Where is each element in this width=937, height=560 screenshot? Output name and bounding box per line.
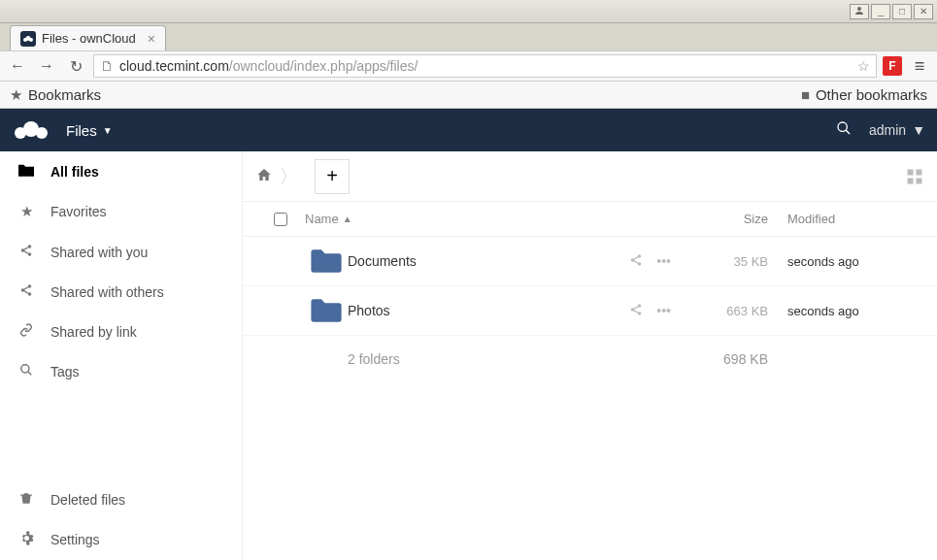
content: All files ★ Favorites Shared with you Sh… bbox=[0, 151, 937, 560]
svg-point-14 bbox=[28, 292, 32, 296]
sidebar-item-all-files[interactable]: All files bbox=[0, 151, 242, 191]
share-button[interactable] bbox=[629, 303, 643, 319]
view-toggle-grid[interactable] bbox=[906, 168, 923, 185]
app-nav-label: Files bbox=[66, 122, 97, 139]
svg-point-21 bbox=[638, 254, 642, 258]
svg-point-15 bbox=[21, 365, 29, 373]
sidebar-item-shared-with-others[interactable]: Shared with others bbox=[0, 272, 242, 312]
sidebar-bottom: Deleted files Settings bbox=[0, 479, 242, 560]
sidebar-item-label: Favorites bbox=[50, 204, 107, 219]
link-icon bbox=[17, 323, 35, 340]
sidebar-item-settings[interactable]: Settings bbox=[0, 519, 242, 560]
sidebar-item-tags[interactable]: Tags bbox=[0, 351, 242, 391]
svg-point-13 bbox=[21, 288, 25, 292]
svg-point-12 bbox=[28, 284, 32, 288]
column-header-name[interactable]: Name ▲ bbox=[305, 212, 593, 226]
svg-line-8 bbox=[846, 130, 850, 134]
column-header-modified[interactable]: Modified bbox=[787, 212, 923, 226]
svg-point-9 bbox=[28, 245, 32, 248]
maximize-button[interactable]: □ bbox=[892, 4, 912, 19]
svg-point-3 bbox=[29, 38, 33, 42]
sidebar-item-label: Shared by link bbox=[50, 324, 137, 340]
svg-point-6 bbox=[36, 127, 48, 139]
file-row[interactable]: Documents ••• 35 KB seconds ago bbox=[243, 237, 937, 286]
search-icon bbox=[17, 363, 35, 379]
share-button[interactable] bbox=[629, 253, 643, 270]
breadcrumb-home[interactable] bbox=[256, 167, 272, 186]
sidebar-item-deleted-files[interactable]: Deleted files bbox=[0, 479, 242, 519]
sort-asc-icon: ▲ bbox=[343, 214, 352, 224]
close-window-button[interactable]: ✕ bbox=[914, 4, 933, 19]
svg-point-0 bbox=[857, 7, 861, 11]
bookmark-star-icon[interactable]: ☆ bbox=[857, 58, 870, 74]
column-header-size[interactable]: Size bbox=[671, 212, 787, 226]
trash-icon bbox=[17, 491, 35, 508]
sidebar-nav: All files ★ Favorites Shared with you Sh… bbox=[0, 151, 242, 391]
forward-button[interactable]: → bbox=[35, 54, 58, 78]
folder-icon: ■ bbox=[801, 86, 810, 103]
back-button[interactable]: ← bbox=[6, 54, 29, 78]
caret-down-icon: ▼ bbox=[912, 122, 925, 138]
breadcrumb-row: 〉 + bbox=[243, 151, 937, 202]
browser-tab-strip: Files - ownCloud × bbox=[0, 23, 937, 50]
sidebar-item-shared-by-link[interactable]: Shared by link bbox=[0, 312, 242, 351]
caret-down-icon: ▼ bbox=[103, 125, 113, 136]
svg-point-10 bbox=[21, 248, 25, 252]
file-size: 663 KB bbox=[671, 304, 787, 318]
sidebar: All files ★ Favorites Shared with you Sh… bbox=[0, 151, 243, 560]
breadcrumb-separator: 〉 bbox=[280, 165, 297, 188]
bookmarks-bar: ★ Bookmarks ■ Other bookmarks bbox=[0, 82, 937, 109]
user-menu-button[interactable] bbox=[850, 4, 869, 19]
browser-menu-button[interactable]: ≡ bbox=[908, 54, 931, 78]
more-actions-button[interactable]: ••• bbox=[656, 253, 671, 270]
gear-icon bbox=[17, 531, 35, 548]
flipboard-extension-icon[interactable]: F bbox=[883, 56, 902, 76]
owncloud-logo[interactable] bbox=[12, 118, 50, 142]
svg-rect-19 bbox=[908, 178, 914, 183]
sidebar-item-label: Deleted files bbox=[50, 492, 125, 508]
star-icon: ★ bbox=[17, 203, 35, 220]
file-modified: seconds ago bbox=[787, 254, 923, 269]
url-host: cloud.tecmint.com bbox=[119, 58, 229, 74]
svg-point-26 bbox=[638, 312, 642, 315]
tab-title: Files - ownCloud bbox=[42, 31, 136, 46]
sidebar-item-favorites[interactable]: ★ Favorites bbox=[0, 191, 242, 232]
svg-point-24 bbox=[638, 304, 642, 308]
svg-rect-17 bbox=[908, 169, 914, 175]
search-button[interactable] bbox=[836, 120, 852, 140]
url-bar[interactable]: 🗋 cloud.tecmint.com/owncloud/index.php/a… bbox=[93, 54, 877, 78]
star-icon: ★ bbox=[10, 86, 22, 104]
svg-point-7 bbox=[838, 122, 847, 131]
url-path: /owncloud/index.php/apps/files/ bbox=[229, 58, 418, 74]
select-all-checkbox[interactable] bbox=[256, 213, 305, 226]
file-name: Documents bbox=[348, 253, 593, 269]
sidebar-item-label: Shared with you bbox=[50, 245, 148, 260]
folder-icon bbox=[305, 248, 348, 274]
user-menu[interactable]: admin ▼ bbox=[869, 122, 925, 138]
summary-count: 2 folders bbox=[348, 351, 671, 367]
close-tab-button[interactable]: × bbox=[148, 31, 155, 47]
browser-toolbar: ← → ↻ 🗋 cloud.tecmint.com/owncloud/index… bbox=[0, 50, 937, 82]
file-name: Photos bbox=[348, 303, 593, 318]
more-actions-button[interactable]: ••• bbox=[656, 303, 671, 319]
file-list-summary: 2 folders 698 KB bbox=[243, 336, 937, 382]
other-bookmarks-label: Other bookmarks bbox=[816, 86, 927, 103]
file-row[interactable]: Photos ••• 663 KB seconds ago bbox=[243, 286, 937, 336]
sidebar-item-label: Shared with others bbox=[50, 284, 164, 300]
sidebar-item-label: Tags bbox=[50, 364, 80, 379]
sidebar-item-shared-with-you[interactable]: Shared with you bbox=[0, 232, 242, 272]
folder-icon bbox=[17, 163, 35, 180]
site-info-icon: 🗋 bbox=[100, 58, 114, 74]
user-name: admin bbox=[869, 122, 906, 138]
file-modified: seconds ago bbox=[787, 304, 923, 318]
sidebar-item-label: All files bbox=[50, 164, 99, 180]
browser-tab[interactable]: Files - ownCloud × bbox=[10, 25, 166, 50]
minimize-button[interactable]: _ bbox=[871, 4, 890, 19]
new-button[interactable]: + bbox=[315, 159, 350, 194]
bookmarks-label[interactable]: Bookmarks bbox=[28, 86, 101, 103]
app-nav-dropdown[interactable]: Files ▼ bbox=[66, 122, 113, 139]
other-bookmarks[interactable]: ■ Other bookmarks bbox=[801, 86, 927, 103]
reload-button[interactable]: ↻ bbox=[64, 54, 87, 78]
owncloud-favicon bbox=[20, 31, 36, 47]
share-icon bbox=[17, 244, 35, 260]
